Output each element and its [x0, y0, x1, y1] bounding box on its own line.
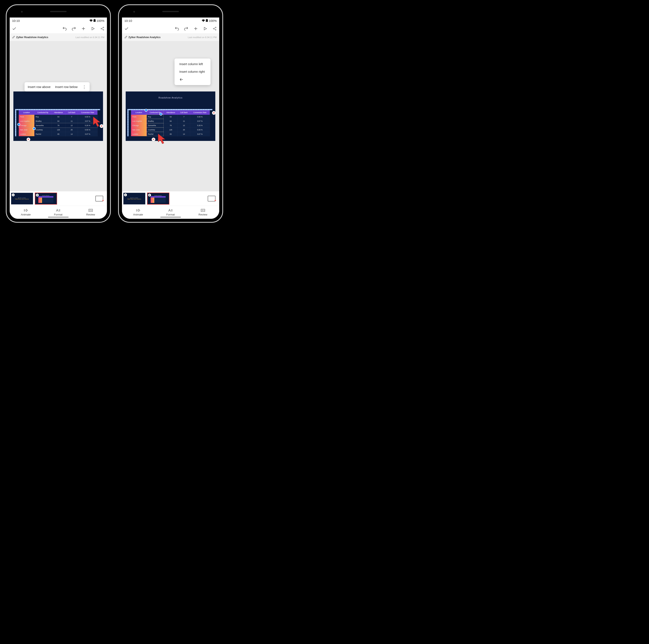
insert-column-right[interactable]: Insert column right: [179, 70, 205, 73]
slide[interactable]: Location Conducted By Attendance Call Ba…: [13, 91, 103, 141]
slide-thumbnails: 1 Add, Edit, and Delete Table Rows and C…: [122, 191, 219, 206]
svg-rect-0: [94, 19, 95, 19]
battery-icon: [93, 19, 96, 23]
svg-point-2: [101, 28, 101, 29]
new-slide-button[interactable]: [95, 196, 103, 202]
phone-camera: [133, 11, 135, 12]
last-modified: Last modified on 6:34:11 PM: [75, 36, 104, 39]
selection-handle[interactable]: [145, 109, 147, 112]
format-icon: [56, 209, 60, 212]
th-attendance[interactable]: Attendance: [164, 110, 178, 115]
tab-label: Format: [54, 213, 62, 216]
phone-right: 10:10 100%: [118, 4, 223, 223]
document-title[interactable]: Zylker Roadshow Analytics: [16, 36, 48, 39]
svg-point-9: [215, 27, 216, 28]
selection-handle[interactable]: [160, 113, 162, 116]
done-icon[interactable]: [12, 26, 17, 31]
thumbnail-1[interactable]: 1 Add, Edit, and Delete Table Rows and C…: [11, 192, 33, 205]
selection-handle[interactable]: [17, 123, 20, 126]
tab-animate[interactable]: Animate: [122, 206, 154, 219]
thumbnail-number: 2: [36, 194, 39, 197]
phone-speaker: [50, 11, 67, 12]
thumbnail-2[interactable]: 2 Roadshow Analytics: [147, 192, 169, 205]
play-icon[interactable]: [203, 26, 208, 31]
th-conversion[interactable]: Conversion Rate: [78, 110, 97, 115]
undo-icon[interactable]: [174, 26, 179, 31]
insert-column-left[interactable]: Insert column left: [179, 62, 203, 66]
table-row: ParisRoy5475.55 %: [131, 115, 210, 119]
slide-canvas[interactable]: Location Conducted By Attendance Call Ba…: [10, 41, 107, 191]
done-icon[interactable]: [124, 26, 129, 31]
delete-column-button[interactable]: ✕: [27, 138, 30, 141]
table-frame[interactable]: Location Conducted By Attendance Call Ba…: [19, 110, 97, 136]
table-row: LondonRachel65143.07 %: [19, 132, 97, 136]
thumbnail-1[interactable]: 1 Add, Edit, and Delete Table Rows and C…: [123, 192, 145, 205]
th-callback[interactable]: Call Back: [178, 110, 190, 115]
selection-handle[interactable]: [33, 127, 36, 130]
add-icon[interactable]: [81, 26, 86, 31]
battery-percent: 100%: [96, 19, 104, 23]
slide-title: Roadshow Analytics: [126, 96, 215, 99]
cursor-arrow-icon: [92, 116, 104, 127]
tab-label: Animate: [133, 213, 143, 216]
tab-label: Format: [166, 213, 175, 216]
ruler-top: [15, 109, 100, 110]
th-location[interactable]: Location: [131, 110, 146, 115]
slide[interactable]: Roadshow Analytics Location Conducted By…: [126, 91, 215, 141]
tab-review[interactable]: Review: [74, 206, 107, 219]
svg-point-3: [103, 27, 104, 28]
delete-row-button[interactable]: ✕: [212, 111, 216, 115]
thumbnail-number: 1: [124, 194, 127, 196]
insert-row-below[interactable]: Insert row below: [55, 85, 78, 89]
document-title[interactable]: Zylker Roadshow Analytics: [129, 36, 161, 39]
undo-icon[interactable]: [62, 26, 67, 31]
th-conducted[interactable]: Conducted By: [34, 110, 51, 115]
th-location[interactable]: Location: [19, 110, 34, 115]
thumb-content: Roadshow Analytics: [150, 195, 166, 202]
new-slide-button[interactable]: [208, 196, 216, 202]
phone-speaker: [162, 11, 179, 12]
play-icon[interactable]: [90, 26, 95, 31]
th-callback[interactable]: Call Back: [66, 110, 78, 115]
table-frame[interactable]: Location Conducted By Attendance Call Ba…: [131, 110, 210, 136]
redo-icon[interactable]: [184, 26, 189, 31]
insert-row-above[interactable]: Insert row above: [28, 85, 51, 89]
side-button: [222, 65, 223, 75]
review-icon: [201, 209, 205, 212]
more-icon[interactable]: ⋮: [82, 86, 86, 88]
slide-canvas[interactable]: Roadshow Analytics Location Conducted By…: [122, 41, 219, 191]
edit-icon[interactable]: [12, 36, 15, 39]
toolbar: [10, 24, 107, 34]
table-row: San JoseCourtney126255.55 %: [131, 128, 210, 132]
thumb-content: Add, Edit, and Delete Table Rows and Col…: [15, 197, 29, 200]
tab-animate[interactable]: Animate: [10, 206, 42, 219]
home-indicator[interactable]: [160, 217, 181, 218]
tab-review[interactable]: Review: [187, 206, 219, 219]
review-icon: [88, 209, 93, 212]
ruler-top: [127, 109, 212, 110]
wifi-icon: [89, 19, 93, 23]
row-context-menu: Insert row above Insert row below ⋮: [25, 82, 90, 91]
animate-icon: [136, 209, 140, 212]
format-icon: [168, 209, 173, 212]
th-attendance[interactable]: Attendance: [51, 110, 66, 115]
thumb-content: Add, Edit, and Delete Table Rows and Col…: [127, 197, 141, 200]
status-icons: 100%: [202, 19, 217, 23]
add-icon[interactable]: [193, 26, 198, 31]
table-row: Los AngelesBradley84113.57 %: [131, 119, 210, 123]
thumbnail-2[interactable]: 2 Roadshow Analytics: [35, 192, 57, 205]
share-icon[interactable]: [212, 26, 217, 31]
slide-table[interactable]: Location Conducted By Attendance Call Ba…: [131, 110, 210, 136]
phone-left: 10:10 100%: [6, 4, 111, 223]
edit-icon[interactable]: [124, 36, 127, 39]
delete-column-button[interactable]: ✕: [152, 138, 155, 141]
share-icon[interactable]: [100, 26, 105, 31]
back-icon[interactable]: [179, 78, 183, 82]
th-conversion[interactable]: Conversion Rate: [190, 110, 210, 115]
slide-table[interactable]: Location Conducted By Attendance Call Ba…: [19, 110, 97, 136]
redo-icon[interactable]: [72, 26, 77, 31]
svg-point-4: [103, 29, 104, 30]
home-indicator[interactable]: [48, 217, 69, 218]
side-button: [110, 65, 111, 75]
status-icons: 100%: [89, 19, 104, 23]
